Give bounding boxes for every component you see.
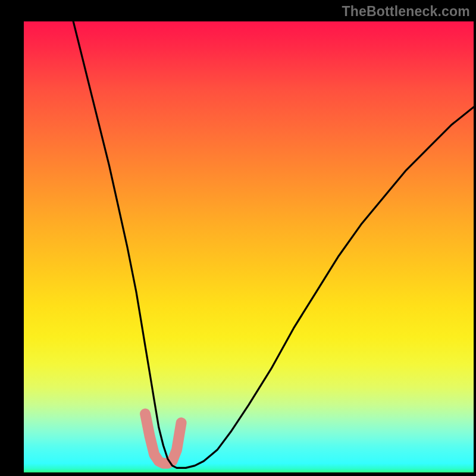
plot-area <box>24 21 474 472</box>
chart-frame: TheBottleneck.com <box>0 0 476 476</box>
attribution-label: TheBottleneck.com <box>342 4 470 20</box>
marker-segment <box>145 414 181 464</box>
curve-layer <box>24 21 474 472</box>
main-curve <box>73 21 474 468</box>
